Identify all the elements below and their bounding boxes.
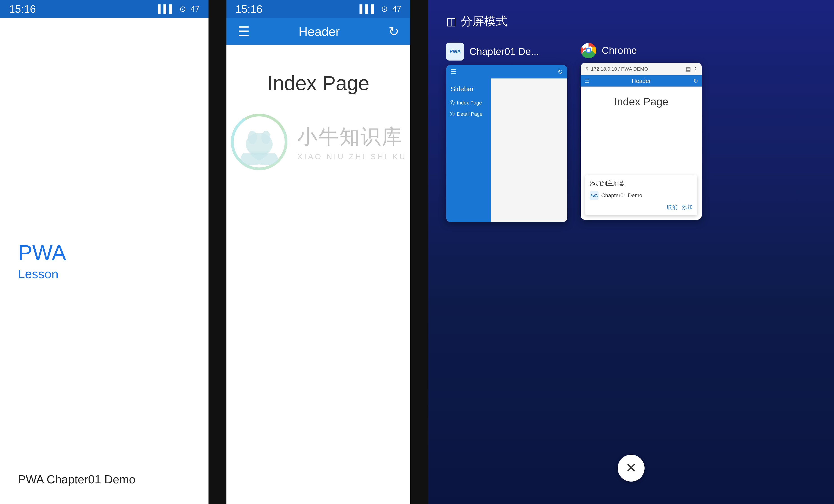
dialog-icon-text: PWA [591,194,598,197]
pwa-title: PWA [18,241,66,265]
dialog-buttons: 取消 添加 [590,203,693,211]
dialog-app-name: Chapter01 Demo [601,192,642,199]
phone-status-bar: 15:16 ▌▌▌ ⊙ 47 [226,0,410,18]
sidebar-index-text: Index Page [457,100,482,106]
phone-content: Index Page 小 [226,45,410,504]
sidebar-detail-text: Detail Page [457,111,482,117]
right-panel: ◫ 分屏模式 PWA Chapter01 De... ☰ ↻ Sidebar [428,0,834,504]
hamburger-icon[interactable]: ☰ [238,24,250,39]
middle-panel: 15:16 ▌▌▌ ⊙ 47 ☰ Header ↻ Index Page [226,0,410,504]
close-x-icon: ✕ [626,461,637,475]
pwa-phone-card: ☰ ↻ Sidebar Ⓒ Index Page Ⓒ Detail Page [446,65,567,222]
split-screen-label: ◫ 分屏模式 [446,14,816,29]
close-button[interactable]: ✕ [618,455,644,482]
logo-text-sub: XIAO NIU ZHI SHI KU [297,152,407,161]
chrome-app-name: Chrome [602,45,637,56]
left-panel: 15:16 ▌▌▌ ⊙ 47 PWA Lesson PWA Chapter01 … [0,0,208,504]
chrome-hamburger-icon: ☰ [584,78,589,85]
pwa-card-hamburger: ☰ [451,68,456,75]
refresh-icon[interactable]: ↻ [389,24,399,39]
split-screen-text: 分屏模式 [461,14,507,29]
chrome-app-header-bar: ☰ Header ↻ [581,75,702,87]
dialog-add-button[interactable]: 添加 [682,203,693,211]
chrome-app-card: Chrome ⏱ 172.18.0.10 / PWA DEMO ▤ ⋮ ☰ He… [581,43,702,222]
signal-icon-mid: ▌▌▌ [359,4,377,14]
sidebar-item-index[interactable]: Ⓒ Index Page [446,97,491,109]
sidebar-detail-icon: Ⓒ [450,111,455,117]
signal-icon: ▌▌▌ [158,4,175,14]
chrome-address-text: 172.18.0.10 / PWA DEMO [591,66,684,72]
chrome-content-area: Index Page 添加到主屏幕 PWA Chapter01 Demo 取消 … [581,87,702,220]
svg-point-3 [248,131,257,144]
logo-text: 小牛知识库 XIAO NIU ZHI SHI KU [297,123,407,161]
divider-right [410,0,428,504]
pwa-card-body: Sidebar Ⓒ Index Page Ⓒ Detail Page [446,79,567,222]
chrome-header-title: Header [632,78,651,85]
chrome-clock-icon: ⏱ [584,66,589,71]
chrome-index-title: Index Page [614,95,668,108]
chrome-app-icon [581,43,596,58]
add-to-home-dialog: 添加到主屏幕 PWA Chapter01 Demo 取消 添加 [585,175,697,215]
left-content: PWA Lesson [0,18,208,504]
pwa-icon-text: PWA [449,49,461,54]
chrome-bookmark-icon: ▤ [686,66,691,72]
dialog-app-icon: PWA [590,191,599,200]
pwa-card-refresh: ↻ [557,68,563,75]
status-bar-left: 15:16 ▌▌▌ ⊙ 47 [0,0,208,18]
dialog-title: 添加到主屏幕 [590,180,693,188]
sidebar-title: Sidebar [446,83,491,97]
dialog-cancel-button[interactable]: 取消 [667,203,678,211]
pwa-card-header-bar: ☰ ↻ [446,65,567,79]
split-screen-icon: ◫ [446,15,456,27]
logo-text-main: 小牛知识库 [297,123,407,150]
sidebar-index-icon: Ⓒ [450,100,455,106]
battery-text: 47 [191,4,200,14]
bull-logo [230,113,288,171]
svg-point-4 [261,131,270,144]
index-page-title-middle: Index Page [267,72,369,95]
chrome-refresh-icon: ↻ [693,78,698,85]
chrome-app-card-header: Chrome [581,43,702,58]
dialog-app-row: PWA Chapter01 Demo [590,191,693,200]
pwa-app-icon: PWA [446,43,464,61]
sidebar-item-detail[interactable]: Ⓒ Detail Page [446,109,491,120]
wifi-icon: ⊙ [179,4,186,14]
logo-container: 小牛知识库 XIAO NIU ZHI SHI KU [230,113,407,171]
app-cards-row: PWA Chapter01 De... ☰ ↻ Sidebar Ⓒ Index … [446,43,816,222]
chrome-address-bar: ⏱ 172.18.0.10 / PWA DEMO ▤ ⋮ [581,63,702,75]
bottom-label: PWA Chapter01 Demo [18,473,135,486]
status-time-left: 15:16 [9,3,36,15]
battery-icon-mid: 47 [392,4,401,14]
chrome-menu-icon[interactable]: ⋮ [693,66,698,72]
svg-point-8 [587,49,590,52]
status-icons-left: ▌▌▌ ⊙ 47 [158,4,200,14]
status-time-middle: 15:16 [235,3,262,15]
app-header-middle: ☰ Header ↻ [226,18,410,45]
lesson-label: Lesson [18,267,59,281]
pwa-app-card: PWA Chapter01 De... ☰ ↻ Sidebar Ⓒ Index … [446,43,567,222]
pwa-card-main [491,79,567,222]
pwa-app-name: Chapter01 De... [469,46,539,57]
divider-left [208,0,226,504]
app-header-title: Header [250,24,389,39]
pwa-app-card-header: PWA Chapter01 De... [446,43,567,61]
status-icons-middle: ▌▌▌ ⊙ 47 [359,4,401,14]
chrome-phone-card: ⏱ 172.18.0.10 / PWA DEMO ▤ ⋮ ☰ Header ↻ … [581,63,702,220]
wifi-icon-mid: ⊙ [381,4,388,14]
pwa-card-sidebar: Sidebar Ⓒ Index Page Ⓒ Detail Page [446,79,491,222]
chrome-icons-row: ▤ ⋮ [686,66,698,72]
